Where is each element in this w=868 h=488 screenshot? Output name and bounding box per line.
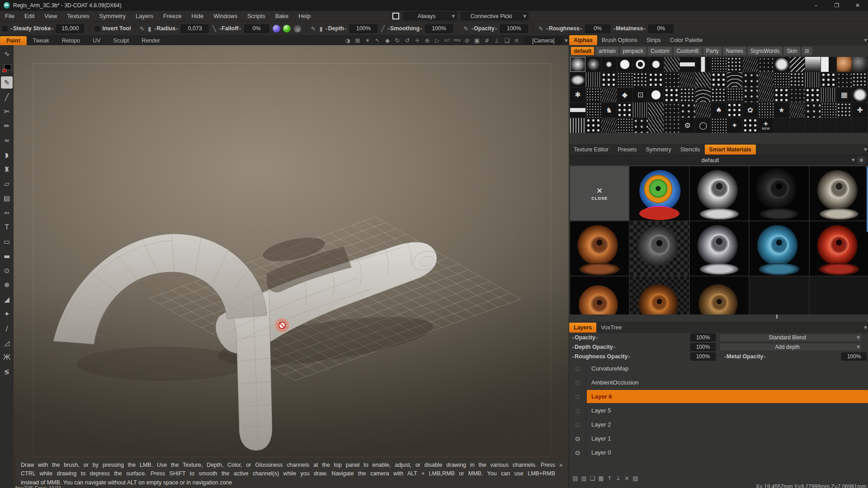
alpha-thumbnail[interactable] — [821, 103, 836, 117]
tab-stencils[interactable]: Stencils — [676, 145, 705, 155]
menu-file[interactable]: File — [0, 13, 19, 19]
eraser-block-tool[interactable]: ▬ — [1, 250, 13, 262]
tab-smart-materials[interactable]: Smart Materials — [705, 145, 756, 155]
alpha-category-signswords[interactable]: SignsWords — [747, 47, 783, 56]
pick-light-icon[interactable]: ↖ — [373, 37, 382, 44]
contrast-icon[interactable]: ◑ — [343, 37, 353, 44]
depth-label[interactable]: ◂Depth▸ — [325, 25, 348, 32]
depth-value[interactable]: 100% — [349, 24, 377, 33]
smart-material-toy[interactable] — [630, 166, 689, 221]
perspective-icon[interactable]: ▷ — [432, 37, 442, 44]
alpha-thumbnail[interactable] — [570, 72, 585, 87]
delete-layer-icon[interactable]: ▥ — [580, 475, 588, 482]
crop-rect-tool[interactable]: ▭ — [1, 235, 13, 248]
panels-icon[interactable]: ≡ — [512, 37, 522, 44]
orbit-object-icon[interactable]: ↻ — [392, 37, 402, 44]
alpha-thumbnail[interactable] — [790, 72, 805, 87]
export-layer-icon[interactable]: ▦ — [597, 475, 605, 482]
alpha-thumbnail[interactable] — [648, 57, 664, 72]
measure-tool[interactable]: ≶ — [1, 366, 13, 378]
invert-tool-checkbox[interactable] — [95, 26, 100, 31]
rotate-camera-icon[interactable]: ↺ — [402, 37, 412, 44]
picking-mode-dropdown[interactable]: Connective Picki ▼ — [461, 12, 528, 20]
alpha-thumbnail[interactable] — [617, 57, 632, 72]
alpha-thumbnail[interactable] — [601, 57, 617, 72]
alpha-thumbnail[interactable] — [711, 118, 726, 133]
alpha-thumbnail[interactable] — [695, 88, 711, 103]
fit-view-icon[interactable]: ❏ — [502, 37, 512, 44]
alpha-category-skin[interactable]: Skin — [783, 47, 800, 56]
smart-material-chrome[interactable] — [690, 166, 749, 221]
alpha-thumbnail[interactable] — [633, 103, 648, 117]
alpha-thumbnail[interactable] — [570, 57, 585, 72]
tab-symmetry[interactable]: Symmetry — [642, 145, 676, 155]
menu-symmetry[interactable]: Symmetry — [94, 13, 131, 19]
alpha-thumbnail[interactable] — [758, 88, 774, 103]
falloff-value[interactable]: 0% — [244, 24, 269, 33]
menu-windows[interactable]: Windows — [208, 13, 242, 19]
alpha-thumbnail[interactable] — [648, 103, 664, 117]
add-category-icon[interactable]: ⊞ — [802, 47, 812, 56]
alpha-thumbnail[interactable] — [837, 57, 852, 72]
alpha-thumbnail[interactable] — [758, 103, 774, 117]
menu-layers[interactable]: Layers — [131, 13, 158, 19]
alpha-thumbnail[interactable] — [664, 57, 679, 72]
alpha-thumbnail[interactable] — [601, 72, 617, 87]
radius-label[interactable]: ◂Radius▸ — [153, 25, 179, 32]
steady-stroke-label[interactable]: ◂Steady Stroke▸ — [9, 25, 54, 32]
minimize-button[interactable]: – — [806, 0, 826, 11]
alpha-thumbnail[interactable]: ♞ — [601, 103, 617, 117]
menu-help[interactable]: Help — [293, 13, 316, 19]
alpha-thumbnail[interactable]: ♠ — [711, 103, 726, 117]
layer-opacity-value[interactable]: 100% — [690, 333, 716, 342]
alpha-thumbnail[interactable] — [680, 88, 695, 103]
close-button[interactable]: ✕ — [847, 0, 868, 11]
color-square-icon[interactable] — [392, 13, 399, 19]
alpha-thumbnail[interactable] — [743, 118, 758, 133]
alpha-thumbnail[interactable] — [727, 72, 742, 87]
move-layer-up-icon[interactable]: ↑ — [605, 475, 614, 482]
alpha-thumbnail[interactable] — [805, 88, 821, 103]
depth-brush-icon[interactable]: ✎ — [309, 25, 318, 32]
layer-row[interactable]: ⊙Layer 6 — [569, 389, 868, 404]
roughness-opacity-value[interactable]: 100% — [690, 352, 716, 361]
menu-bake[interactable]: Bake — [270, 13, 294, 19]
text-tool[interactable]: T — [1, 221, 13, 233]
freeze-tool[interactable]: ❄ — [1, 279, 13, 291]
alpha-thumbnail[interactable] — [664, 103, 679, 117]
clear-layer-icon[interactable]: ✕ — [623, 475, 631, 482]
smart-material-copper[interactable] — [570, 221, 629, 276]
alpha-preview-icon[interactable]: ▮ — [146, 25, 153, 32]
smart-material-rustgear[interactable] — [630, 277, 689, 314]
invert-tool-label[interactable]: Invert Tool — [102, 25, 131, 32]
alpha-thumbnail[interactable] — [695, 103, 711, 117]
alpha-thumbnail[interactable] — [601, 118, 617, 133]
add-folder-icon[interactable]: ⊞ — [858, 157, 865, 164]
layer-row[interactable]: ⊙Layer 0 — [569, 446, 868, 460]
alpha-thumbnail[interactable] — [805, 57, 821, 72]
alpha-thumbnail[interactable] — [790, 88, 805, 103]
alpha-thumbnail[interactable] — [664, 72, 679, 87]
smoothing-value[interactable]: 100% — [425, 24, 453, 33]
opacity-value[interactable]: 100% — [500, 24, 528, 33]
alpha-thumbnail[interactable] — [648, 72, 664, 87]
opacity-brush-icon[interactable]: ✎ — [462, 25, 470, 32]
alpha-thumbnail[interactable] — [601, 88, 617, 103]
alpha-thumbnail[interactable] — [711, 88, 726, 103]
smudge-tool[interactable]: ≈ — [1, 134, 13, 146]
roughness-brush-icon[interactable]: ✎ — [537, 25, 545, 32]
alpha-thumbnail[interactable] — [680, 72, 695, 87]
alpha-thumbnail[interactable] — [805, 103, 821, 117]
alpha-thumbnail[interactable] — [586, 72, 601, 87]
smart-material-mesh[interactable] — [630, 221, 689, 276]
steady-stroke-value[interactable]: 15,000 — [56, 24, 84, 33]
alpha-category-custom[interactable]: Custom — [647, 47, 672, 56]
alpha-thumbnail[interactable] — [648, 118, 664, 133]
alpha-thumbnail[interactable] — [790, 103, 805, 117]
metal-opacity-value[interactable]: 100% — [841, 352, 867, 361]
pen-nav-icon[interactable]: PEN — [452, 38, 462, 42]
move-layer-down-icon[interactable]: ↓ — [614, 475, 623, 482]
alpha-thumbnail[interactable] — [586, 103, 601, 117]
tab-tweak[interactable]: Tweak — [27, 36, 56, 45]
menu-textures[interactable]: Textures — [62, 13, 94, 19]
